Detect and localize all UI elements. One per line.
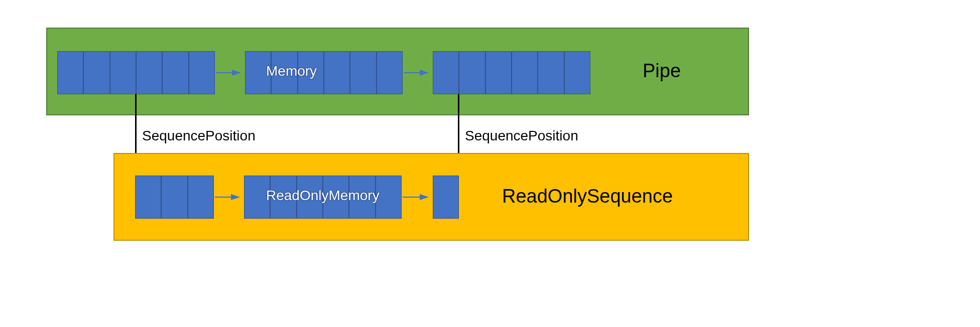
pipe-block-3 [433, 51, 590, 94]
pipe-block-1 [57, 51, 215, 94]
arrow-seq-1 [214, 190, 244, 205]
arrow-pipe-1 [215, 65, 245, 80]
arrow-pipe-2 [403, 65, 433, 80]
sequence-position-label-left: SequencePosition [142, 128, 256, 144]
sequence-position-label-right: SequencePosition [465, 128, 578, 144]
pipe-block-2 [245, 51, 403, 94]
pipe-label: Pipe [643, 60, 681, 82]
arrow-seq-2 [402, 190, 433, 205]
sequence-block-2 [244, 176, 402, 219]
sequence-block-1 [135, 176, 214, 219]
sequence-label: ReadOnlySequence [502, 186, 673, 207]
sequence-block-3 [433, 176, 459, 219]
